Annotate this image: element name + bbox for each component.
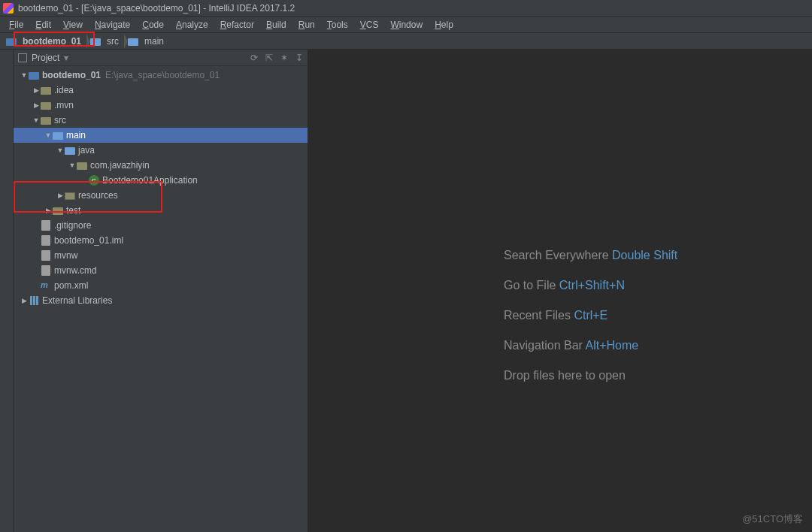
breadcrumb-main[interactable]: main (125, 35, 170, 47)
menu-file[interactable]: File (5, 18, 28, 32)
window-title: bootdemo_01 - [E:\java_space\bootdemo_01… (18, 3, 295, 14)
tree-node-src[interactable]: src (14, 113, 308, 128)
menu-navigate[interactable]: Navigate (90, 18, 135, 32)
file-icon (41, 250, 51, 261)
app-icon (3, 3, 14, 14)
tree-node-pom-xml[interactable]: mpom.xml (14, 278, 308, 293)
breadcrumb-label: bootdemo_01 (23, 36, 81, 47)
module-icon (29, 70, 39, 80)
menu-edit[interactable]: Edit (31, 18, 56, 32)
maven-icon: m (41, 280, 51, 291)
menu-analyze[interactable]: Analyze (171, 18, 213, 32)
menu-tools[interactable]: Tools (323, 18, 353, 32)
chevron-down-icon[interactable] (32, 116, 41, 124)
chevron-down-icon[interactable] (68, 162, 77, 169)
folder-icon (77, 160, 87, 171)
tree-node-label: .mvn (54, 100, 74, 110)
menu-refactor[interactable]: Refactor (216, 18, 259, 32)
tree-node-mvnw[interactable]: mvnw (14, 248, 308, 263)
source-folder-icon (53, 130, 63, 141)
tree-node-bootdemo01application[interactable]: CBootdemo01Application (14, 173, 308, 188)
tree-node-com-javazhiyin[interactable]: com.javazhiyin (14, 158, 308, 173)
tree-node-label: pom.xml (54, 280, 88, 291)
tool-action-icon[interactable]: ⟳ (250, 53, 258, 63)
menu-window[interactable]: Window (386, 18, 427, 32)
editor-area[interactable]: Search Everywhere Double ShiftGo to File… (308, 50, 812, 532)
hint-label: Drop files here to open (504, 369, 626, 382)
menu-build[interactable]: Build (262, 18, 291, 32)
menu-help[interactable]: Help (430, 18, 458, 32)
tree-node-external-libraries[interactable]: External Libraries (14, 293, 308, 308)
tool-window-strip[interactable] (0, 50, 14, 532)
hint-line: Recent Files Ctrl+E (504, 301, 677, 331)
hint-shortcut: Alt+Home (586, 339, 639, 352)
chevron-right-icon[interactable] (32, 101, 41, 109)
chevron-right-icon[interactable] (32, 86, 41, 94)
project-tree[interactable]: bootdemo_01E:\java_space\bootdemo_01.ide… (14, 66, 308, 532)
tree-node-java[interactable]: java (14, 143, 308, 158)
tool-action-icon[interactable]: ✶ (280, 53, 288, 63)
tool-window-header: Project ▾ ⟳⇱✶↧ (14, 50, 308, 66)
tree-node-main[interactable]: main (14, 128, 308, 143)
menu-view[interactable]: View (59, 18, 87, 32)
tree-node-label: mvnw (54, 250, 77, 261)
tree-node-label: External Libraries (42, 295, 112, 306)
tree-node-label: .gitignore (54, 220, 91, 231)
folder-icon (41, 100, 51, 110)
hint-shortcut: Ctrl+Shift+N (559, 279, 625, 292)
folder-icon (90, 36, 101, 47)
tree-node--gitignore[interactable]: .gitignore (14, 218, 308, 233)
chevron-down-icon[interactable] (56, 147, 65, 154)
breadcrumb-src[interactable]: src (87, 35, 125, 47)
chevron-right-icon[interactable] (56, 192, 65, 199)
hint-line: Go to File Ctrl+Shift+N (504, 271, 677, 301)
breadcrumb-label: main (144, 36, 164, 47)
hint-label: Search Everywhere (504, 249, 612, 261)
hint-shortcut: Double Shift (612, 249, 677, 261)
menu-vcs[interactable]: VCS (356, 18, 383, 32)
tree-node-bootdemo-01[interactable]: bootdemo_01E:\java_space\bootdemo_01 (14, 68, 308, 83)
folder-icon (41, 85, 51, 95)
tree-node-label: resources (78, 190, 118, 201)
chevron-down-icon[interactable] (20, 71, 29, 79)
menu-code[interactable]: Code (138, 18, 168, 32)
breadcrumb-label: src (107, 36, 119, 47)
tool-window-dropdown-icon[interactable]: ▾ (64, 53, 68, 63)
tree-node-label: bootdemo_01 (42, 70, 101, 80)
tree-node-test[interactable]: test (14, 203, 308, 218)
tree-node--mvn[interactable]: .mvn (14, 98, 308, 113)
tree-node-bootdemo-01-iml[interactable]: bootdemo_01.iml (14, 233, 308, 248)
tree-node-label: src (54, 115, 66, 125)
breadcrumb-bar: bootdemo_01srcmain (0, 33, 812, 50)
tree-node-label: .idea (54, 85, 74, 95)
hint-label: Recent Files (504, 309, 574, 322)
chevron-down-icon[interactable] (44, 131, 53, 139)
tree-node-mvnw-cmd[interactable]: mvnw.cmd (14, 263, 308, 278)
chevron-right-icon[interactable] (20, 297, 29, 304)
class-icon: C (89, 175, 99, 186)
tree-node-label: com.javazhiyin (90, 160, 150, 171)
tool-action-icon[interactable]: ↧ (295, 53, 303, 63)
tree-node-label: main (66, 130, 86, 141)
tree-node-resources[interactable]: resources (14, 188, 308, 203)
tree-node-path: E:\java_space\bootdemo_01 (105, 70, 220, 80)
tree-node-label: test (66, 205, 80, 216)
menu-run[interactable]: Run (294, 18, 320, 32)
tool-window-title[interactable]: Project (32, 53, 59, 63)
tree-node-label: mvnw.cmd (54, 265, 97, 276)
watermark: @51CTO博客 (742, 512, 803, 526)
tree-node-label: java (78, 145, 95, 156)
resources-folder-icon (65, 190, 75, 201)
title-bar: bootdemo_01 - [E:\java_space\bootdemo_01… (0, 0, 812, 17)
folder-icon (128, 36, 138, 47)
tree-node--idea[interactable]: .idea (14, 83, 308, 98)
file-icon (41, 220, 51, 231)
chevron-right-icon[interactable] (44, 207, 53, 214)
tree-node-label: Bootdemo01Application (102, 175, 198, 186)
folder-icon (6, 36, 17, 47)
file-icon (41, 235, 51, 246)
breadcrumb-bootdemo_01[interactable]: bootdemo_01 (3, 35, 87, 47)
hint-line: Navigation Bar Alt+Home (504, 331, 677, 361)
hint-label: Navigation Bar (504, 339, 586, 352)
tool-action-icon[interactable]: ⇱ (265, 53, 273, 63)
